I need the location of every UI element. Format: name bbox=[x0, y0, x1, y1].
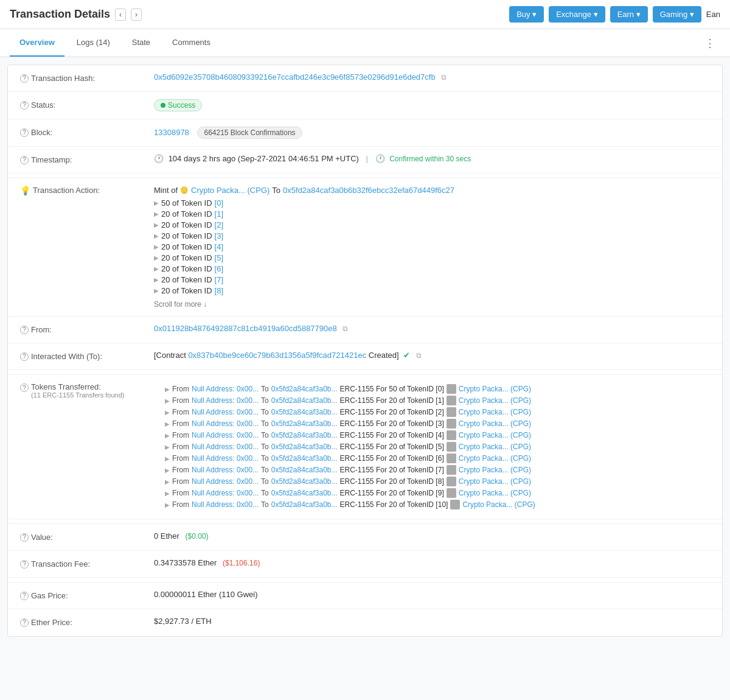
transfer-token-link[interactable]: Crypto Packa... (CPG) bbox=[459, 477, 531, 486]
transfer-from-link[interactable]: Null Address: 0x00... bbox=[192, 489, 259, 497]
interacted-copy-icon[interactable]: ⧉ bbox=[416, 351, 422, 360]
nav-next-button[interactable]: › bbox=[131, 9, 142, 21]
transfer-token-link[interactable]: Crypto Packa... (CPG) bbox=[459, 385, 531, 393]
token-arrow-icon: ▶ bbox=[154, 211, 159, 217]
transfer-to-link[interactable]: 0x5fd2a84caf3a0b... bbox=[271, 443, 338, 451]
token-arrow-icon: ▶ bbox=[154, 287, 159, 294]
block-help-icon[interactable]: ? bbox=[20, 128, 29, 137]
ether-price-help-icon[interactable]: ? bbox=[20, 618, 29, 627]
tx-fee-label: ? Transaction Fee: bbox=[20, 558, 154, 569]
gaming-button[interactable]: Gaming ▾ bbox=[653, 6, 701, 23]
transfer-to-link[interactable]: 0x5fd2a84caf3a0b... bbox=[271, 419, 338, 428]
token-id-link[interactable]: [6] bbox=[215, 264, 223, 273]
transfer-to-link[interactable]: 0x5fd2a84caf3a0b... bbox=[271, 466, 338, 474]
transfer-token-link[interactable]: Crypto Packa... (CPG) bbox=[459, 454, 531, 463]
transfers-label-col: ? Tokens Transferred: (11 ERC-1155 Trans… bbox=[20, 382, 165, 511]
token-id-link[interactable]: [2] bbox=[215, 220, 223, 229]
transfer-to-link[interactable]: 0x5fd2a84caf3a0b... bbox=[271, 454, 338, 463]
transfer-token-link[interactable]: Crypto Packa... (CPG) bbox=[462, 500, 535, 509]
to-address-link[interactable]: 0x5fd2a84caf3a0b6b32f6ebcc32efa67d449f6c… bbox=[283, 186, 454, 195]
token-id-link[interactable]: [7] bbox=[215, 275, 223, 284]
token-id-link[interactable]: [1] bbox=[215, 209, 223, 219]
tx-fee-help-icon[interactable]: ? bbox=[20, 560, 29, 569]
token-id-link[interactable]: [3] bbox=[215, 231, 223, 240]
to-keyword: To bbox=[261, 431, 269, 439]
earn-button[interactable]: Earn ▾ bbox=[610, 6, 648, 23]
token-id-link[interactable]: [0] bbox=[215, 198, 223, 208]
transfer-to-link[interactable]: 0x5fd2a84caf3a0b... bbox=[271, 489, 338, 497]
to-keyword: To bbox=[261, 408, 269, 416]
tx-hash-copy-icon[interactable]: ⧉ bbox=[441, 73, 447, 82]
token-id-link[interactable]: [8] bbox=[215, 286, 223, 295]
tab-comments[interactable]: Comments bbox=[162, 29, 220, 57]
gas-price-help-icon[interactable]: ? bbox=[20, 592, 29, 600]
transfer-token-link[interactable]: Crypto Packa... (CPG) bbox=[459, 431, 531, 439]
interacted-help-icon[interactable]: ? bbox=[20, 352, 29, 361]
transfer-from-link[interactable]: Null Address: 0x00... bbox=[192, 396, 259, 405]
token-line: ▶ 20 of Token ID [2] bbox=[154, 220, 710, 229]
spacer-row-3 bbox=[8, 519, 722, 524]
nft-token-icon bbox=[447, 384, 456, 394]
timestamp-help-icon[interactable]: ? bbox=[20, 156, 29, 164]
nft-token-icon bbox=[450, 500, 460, 509]
block-confirmations-badge: 664215 Block Confirmations bbox=[197, 127, 302, 139]
transfer-to-link[interactable]: 0x5fd2a84caf3a0b... bbox=[271, 408, 338, 416]
scroll-more[interactable]: Scroll for more ↓ bbox=[154, 300, 710, 309]
tx-hash-help-icon[interactable]: ? bbox=[20, 74, 29, 83]
transfers-help-icon[interactable]: ? bbox=[20, 383, 29, 392]
transfer-token-link[interactable]: Crypto Packa... (CPG) bbox=[459, 489, 531, 497]
transfer-from-link[interactable]: Null Address: 0x00... bbox=[192, 466, 259, 474]
interacted-address-link[interactable]: 0x837b40be9ce60c79b63d1356a5f9fcad721421… bbox=[188, 351, 366, 360]
tab-more-icon[interactable]: ⋮ bbox=[700, 32, 720, 55]
from-address-link[interactable]: 0x011928b4876492887c81cb4919a60cd5887790… bbox=[154, 324, 337, 333]
status-help-icon[interactable]: ? bbox=[20, 101, 29, 110]
from-row: ? From: 0x011928b4876492887c81cb4919a60c… bbox=[8, 317, 722, 343]
from-help-icon[interactable]: ? bbox=[20, 326, 29, 334]
transfer-to-link[interactable]: 0x5fd2a84caf3a0b... bbox=[271, 385, 338, 393]
buy-button[interactable]: Buy ▾ bbox=[509, 6, 544, 23]
transfer-from-link[interactable]: Null Address: 0x00... bbox=[192, 408, 259, 416]
from-keyword: From bbox=[172, 477, 189, 486]
token-line: ▶ 20 of Token ID [4] bbox=[154, 242, 710, 251]
transfer-from-link[interactable]: Null Address: 0x00... bbox=[192, 431, 259, 439]
token-id-link[interactable]: [4] bbox=[215, 242, 223, 251]
transfer-from-link[interactable]: Null Address: 0x00... bbox=[192, 477, 259, 486]
from-copy-icon[interactable]: ⧉ bbox=[342, 324, 348, 333]
nft-token-icon bbox=[447, 396, 456, 405]
transfer-to-link[interactable]: 0x5fd2a84caf3a0b... bbox=[271, 396, 338, 405]
transfer-token-link[interactable]: Crypto Packa... (CPG) bbox=[459, 419, 531, 428]
transfer-row: ▶ From Null Address: 0x00... To 0x5fd2a8… bbox=[165, 419, 710, 429]
transfer-token-link[interactable]: Crypto Packa... (CPG) bbox=[459, 443, 531, 451]
exchange-button[interactable]: Exchange ▾ bbox=[549, 6, 605, 23]
token-arrow-icon: ▶ bbox=[154, 222, 159, 228]
transfer-from-link[interactable]: Null Address: 0x00... bbox=[192, 443, 259, 451]
block-number-link[interactable]: 13308978 bbox=[154, 128, 189, 137]
transfer-to-link[interactable]: 0x5fd2a84caf3a0b... bbox=[271, 500, 338, 509]
transfer-from-link[interactable]: Null Address: 0x00... bbox=[192, 385, 259, 393]
to-keyword: To bbox=[261, 500, 269, 509]
transfer-to-link[interactable]: 0x5fd2a84caf3a0b... bbox=[271, 477, 338, 486]
transfer-from-link[interactable]: Null Address: 0x00... bbox=[192, 500, 259, 509]
token-name-link[interactable]: Crypto Packa... (CPG) bbox=[191, 186, 269, 195]
tabs-bar: Overview Logs (14) State Comments ⋮ bbox=[0, 29, 730, 57]
tab-state[interactable]: State bbox=[122, 29, 160, 57]
transfer-token-link[interactable]: Crypto Packa... (CPG) bbox=[459, 408, 531, 416]
to-keyword: To bbox=[261, 385, 269, 393]
transfer-row: ▶ From Null Address: 0x00... To 0x5fd2a8… bbox=[165, 500, 710, 509]
transfer-token-link[interactable]: Crypto Packa... (CPG) bbox=[459, 466, 531, 474]
value-help-icon[interactable]: ? bbox=[20, 533, 29, 542]
transfer-from-link[interactable]: Null Address: 0x00... bbox=[192, 454, 259, 463]
from-keyword: From bbox=[172, 500, 189, 509]
spacer-row-4 bbox=[8, 578, 722, 583]
transfer-to-link[interactable]: 0x5fd2a84caf3a0b... bbox=[271, 431, 338, 439]
tab-logs[interactable]: Logs (14) bbox=[67, 29, 120, 57]
tx-hash-link[interactable]: 0x5d6092e35708b460809339216e7ccafbd246e3… bbox=[154, 72, 436, 82]
token-id-link[interactable]: [5] bbox=[215, 253, 223, 262]
transfer-from-link[interactable]: Null Address: 0x00... bbox=[192, 419, 259, 428]
transfer-token-link[interactable]: Crypto Packa... (CPG) bbox=[459, 396, 531, 405]
nav-prev-button[interactable]: ‹ bbox=[115, 9, 126, 21]
tx-action-content: Mint of 🪙 Crypto Packa... (CPG) To 0x5fd… bbox=[154, 186, 710, 309]
tx-action-label: 💡 Transaction Action: bbox=[20, 186, 154, 195]
tab-overview[interactable]: Overview bbox=[10, 29, 64, 57]
nft-token-icon bbox=[447, 407, 456, 417]
